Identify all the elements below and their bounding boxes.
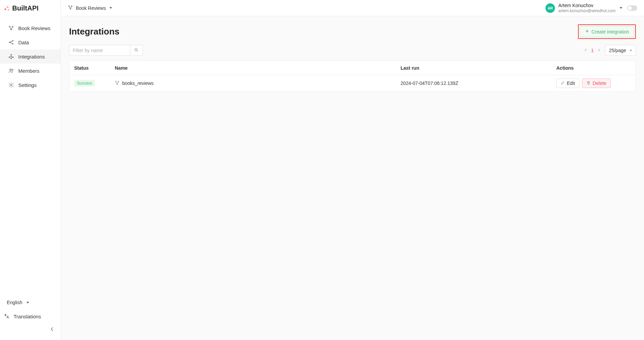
svg-point-7 [12, 40, 13, 41]
translate-icon [3, 313, 9, 319]
name-cell[interactable]: books_reviews [115, 81, 401, 86]
merge-icon [115, 81, 120, 86]
svg-point-9 [11, 54, 12, 55]
svg-point-1 [7, 6, 8, 8]
project-selector[interactable]: Book Reviews [68, 5, 112, 11]
status-badge: Success [74, 80, 95, 87]
members-icon [8, 68, 14, 74]
table-row: Success books_reviews 2024-07-04T07:06:1… [69, 75, 636, 91]
delete-button[interactable]: Delete [582, 78, 610, 88]
edit-button[interactable]: Edit [556, 78, 579, 88]
user-info: Artem Konuchov artem.konuchov@wiredhut.c… [558, 3, 616, 13]
sidebar-item-members[interactable]: Members [0, 64, 61, 78]
nodes-icon [8, 25, 14, 31]
svg-point-13 [10, 69, 12, 71]
sidebar-item-label: Book Reviews [18, 25, 50, 31]
caret-down-icon [26, 302, 29, 303]
language-selector[interactable]: English [0, 296, 61, 309]
language-label: English [7, 300, 22, 305]
sidebar-collapse-button[interactable] [0, 323, 61, 337]
sidebar-nav: Book Reviews Data Integrations Members [0, 16, 61, 340]
svg-point-15 [10, 84, 12, 86]
user-name: Artem Konuchov [558, 3, 616, 8]
svg-point-19 [70, 8, 71, 9]
user-email: artem.konuchov@wiredhut.com [558, 8, 616, 13]
page-title: Integrations [69, 26, 120, 37]
edit-button-label: Edit [567, 81, 575, 86]
page-current[interactable]: 1 [591, 48, 594, 53]
pagination: 1 25/page [584, 45, 636, 56]
caret-down-icon [109, 7, 112, 9]
main-area: Book Reviews AR Artem Konuchov artem.kon… [61, 0, 644, 340]
sidebar-item-integrations[interactable]: Integrations [0, 49, 61, 64]
search-icon [134, 48, 139, 53]
delete-button-label: Delete [593, 81, 606, 86]
sidebar: BuiltAPI Book Reviews Data Integrations [0, 0, 61, 340]
svg-point-23 [117, 84, 117, 85]
svg-point-4 [12, 26, 13, 27]
sidebar-item-settings[interactable]: Settings [0, 78, 61, 92]
th-last-run: Last run [401, 65, 556, 71]
svg-point-14 [12, 69, 13, 71]
th-status: Status [74, 65, 115, 71]
logo: BuiltAPI [0, 0, 61, 16]
svg-point-5 [11, 29, 12, 30]
integrations-icon [8, 53, 14, 60]
page-size-selector[interactable]: 25/page [605, 45, 636, 56]
caret-down-icon [620, 7, 622, 9]
th-actions: Actions [556, 65, 574, 71]
svg-point-0 [4, 8, 6, 10]
filter-search-button[interactable] [130, 45, 143, 56]
pencil-icon [561, 81, 565, 86]
integration-name: books_reviews [122, 81, 154, 86]
svg-point-6 [9, 42, 10, 43]
filter-group [69, 45, 143, 56]
page-prev-button[interactable] [584, 48, 588, 53]
sidebar-item-label: Integrations [18, 54, 45, 60]
avatar: AR [545, 3, 555, 13]
translations-label: Translations [14, 314, 41, 319]
sidebar-item-translations[interactable]: Translations [0, 309, 61, 323]
table-header: Status Name Last run Actions [69, 61, 636, 75]
integrations-table: Status Name Last run Actions Success boo… [69, 61, 636, 92]
page-next-button[interactable] [597, 48, 601, 53]
topbar: Book Reviews AR Artem Konuchov artem.kon… [61, 0, 644, 16]
nodes-icon [68, 5, 73, 11]
sidebar-item-label: Members [18, 68, 40, 74]
user-menu[interactable]: AR Artem Konuchov artem.konuchov@wiredhu… [545, 3, 622, 13]
svg-point-3 [9, 26, 10, 27]
trash-icon [586, 81, 591, 86]
data-icon [8, 39, 14, 45]
sidebar-item-project[interactable]: Book Reviews [0, 21, 61, 35]
svg-point-17 [69, 6, 70, 7]
logo-text: BuiltAPI [12, 4, 39, 12]
theme-toggle[interactable] [627, 5, 637, 11]
svg-point-21 [116, 81, 116, 82]
plus-icon [585, 29, 589, 35]
th-name: Name [115, 65, 401, 71]
sidebar-item-label: Settings [18, 82, 37, 88]
page-content: Integrations Create integration [61, 16, 644, 340]
svg-point-18 [71, 6, 72, 7]
svg-point-8 [12, 43, 13, 44]
sidebar-item-data[interactable]: Data [0, 35, 61, 49]
sidebar-item-label: Data [18, 40, 29, 45]
svg-point-20 [135, 48, 137, 51]
create-button-highlight: Create integration [578, 24, 636, 39]
create-button-label: Create integration [592, 29, 629, 35]
svg-point-22 [118, 81, 119, 82]
gear-icon [8, 82, 14, 88]
create-integration-button[interactable]: Create integration [580, 26, 634, 37]
svg-point-2 [8, 9, 9, 10]
page-size-label: 25/page [609, 48, 626, 53]
chevron-left-icon [49, 326, 55, 334]
filter-input[interactable] [69, 45, 130, 56]
logo-icon [3, 5, 10, 12]
last-run-value: 2024-07-04T07:06:12.139Z [401, 81, 556, 86]
project-label: Book Reviews [76, 5, 106, 11]
